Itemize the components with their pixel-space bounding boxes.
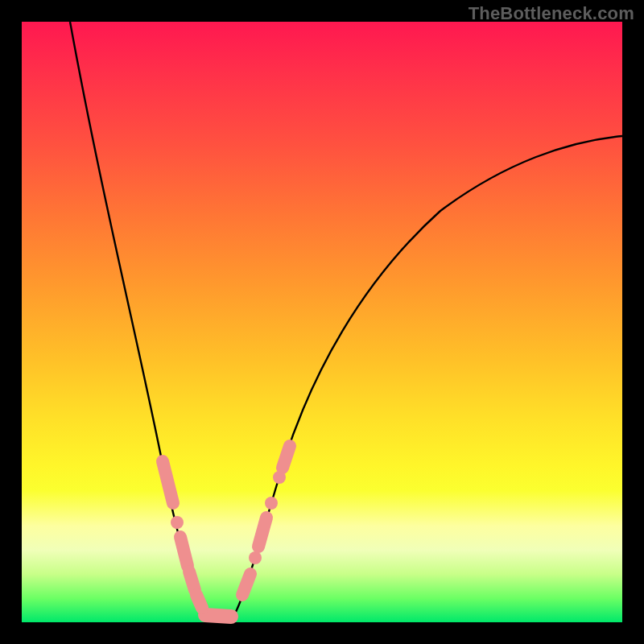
svg-point-7	[249, 551, 262, 564]
bottleneck-curve	[70, 22, 622, 618]
gradient-plot-area	[22, 22, 622, 622]
right-marker-cluster	[242, 446, 290, 595]
watermark-text: TheBottleneck.com	[469, 3, 634, 24]
bottleneck-curve-svg	[22, 22, 622, 622]
left-marker-cluster	[163, 461, 202, 608]
svg-point-9	[265, 497, 278, 510]
svg-line-8	[258, 518, 266, 547]
valley-capsule	[205, 615, 231, 617]
svg-line-11	[283, 446, 290, 468]
svg-line-3	[180, 537, 188, 566]
svg-point-2	[171, 516, 184, 529]
svg-line-6	[242, 574, 250, 595]
svg-line-0	[205, 615, 231, 617]
svg-line-4	[189, 572, 195, 590]
svg-line-1	[163, 461, 173, 503]
svg-line-5	[196, 595, 202, 608]
